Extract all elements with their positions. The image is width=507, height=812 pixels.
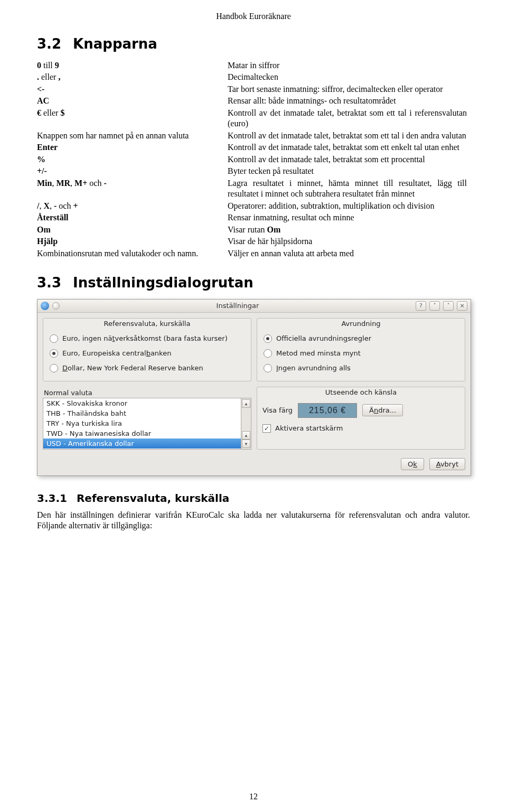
group-legend: Utseende och känsla	[257, 386, 465, 396]
table-row: <-Tar bort senaste inmatning: siffror, d…	[37, 84, 470, 96]
key-cell: +/-	[37, 166, 228, 178]
sectitle: Inställningsdialogrutan	[73, 275, 253, 291]
table-row: Knappen som har namnet på en annan valut…	[37, 130, 470, 142]
value-cell: Kontroll av det inmatade talet, betrakta…	[228, 154, 470, 166]
key-cell: <-	[37, 84, 228, 96]
secno: 3.3	[37, 275, 61, 291]
value-cell: Operatorer: addition, subtraktion, multi…	[228, 201, 470, 212]
value-cell: Rensar inmatning, resultat och minne	[228, 212, 470, 224]
settings-dialog: Inställningar ? ˅ ˄ × Referensvaluta, ku…	[37, 299, 471, 476]
table-row: %Kontroll av det inmatade talet, betrakt…	[37, 154, 470, 166]
left-column: Referensvaluta, kurskälla Euro, ingen nä…	[43, 318, 251, 450]
scrollbar[interactable]: ▴ ▴ ▾	[241, 398, 251, 450]
scroll-up2-icon[interactable]: ▴	[242, 431, 250, 440]
table-row: Min, MR, M+ och -Lagra resultatet i minn…	[37, 178, 470, 201]
value-cell: Visar de här hjälpsidorna	[228, 236, 470, 248]
list-item[interactable]: SKK - Slovakiska kronor	[43, 398, 241, 408]
radio-euro-no-network[interactable]: Euro, ingen nätverksåtkomst (bara fasta …	[49, 331, 246, 346]
running-head: Handbok Euroräknare	[37, 12, 470, 21]
key-cell: Om	[37, 225, 228, 236]
group-legend: Referensvaluta, kurskälla	[43, 318, 251, 328]
value-cell: Visar rutan Om	[228, 225, 470, 236]
value-cell: Lagra resultatet i minnet, hämta minnet …	[228, 178, 470, 201]
radio-icon	[264, 334, 272, 343]
max-button[interactable]: ˄	[443, 301, 454, 311]
dialog-title: Inställningar	[63, 302, 412, 310]
list-item[interactable]: TWD - Nya taiwanesiska dollar	[43, 428, 241, 438]
value-cell: Rensar allt: både inmatnings- och result…	[228, 96, 470, 107]
currency-listbox[interactable]: SKK - Slovakiska kronorTHB - Thailändska…	[43, 398, 251, 450]
value-cell: Kontroll av det inmatade talet, betrakta…	[228, 130, 470, 142]
scroll-up-icon[interactable]: ▴	[242, 399, 250, 408]
radio-euro-ecb[interactable]: Euro, Europeiska centralbanken	[49, 346, 246, 361]
cancel-button[interactable]: Avbryt	[429, 458, 465, 470]
table-row: Kombinationsrutan med valutakoder och na…	[37, 248, 470, 260]
heading-3-3-1: 3.3.1Referensvaluta, kurskälla	[37, 492, 470, 505]
normal-currency-block: Normal valuta SKK - Slovakiska kronorTHB…	[43, 387, 251, 450]
scroll-down-icon[interactable]: ▾	[242, 440, 250, 448]
key-cell: 0 till 9	[37, 60, 228, 72]
key-cell: Hjälp	[37, 236, 228, 248]
radio-label: Euro, ingen nätverksåtkomst (bara fasta …	[62, 334, 228, 342]
value-cell: Tar bort senaste inmatning: siffror, dec…	[228, 84, 470, 96]
titlebar: Inställningar ? ˅ ˄ ×	[37, 300, 471, 313]
radio-label: Metod med minsta mynt	[276, 349, 361, 357]
normal-currency-label: Normal valuta	[44, 389, 251, 397]
value-cell: Kontroll av det inmatade talet, betrakta…	[228, 142, 470, 154]
key-cell: Knappen som har namnet på en annan valut…	[37, 130, 228, 142]
table-row: +/-Byter tecken på resultatet	[37, 166, 470, 178]
radio-icon	[50, 364, 58, 372]
list-item[interactable]: USD - Amerikanska dollar	[43, 438, 241, 449]
group-reference-currency: Referensvaluta, kurskälla Euro, ingen nä…	[43, 318, 251, 381]
min-button[interactable]: ˅	[429, 301, 440, 311]
radio-label: Officiella avrundningsregler	[276, 334, 371, 342]
checkbox-splash[interactable]: ✓ Aktivera startskärm	[262, 424, 459, 433]
radio-label: Ingen avrundning alls	[276, 364, 351, 372]
listbox-items[interactable]: SKK - Slovakiska kronorTHB - Thailändska…	[43, 398, 241, 450]
color-label: Visa färg	[262, 406, 293, 414]
close-button[interactable]: ×	[457, 301, 467, 311]
table-row: HjälpVisar de här hjälpsidorna	[37, 236, 470, 248]
value-cell: Väljer en annan valuta att arbeta med	[228, 248, 470, 260]
key-cell: Enter	[37, 142, 228, 154]
radio-no-rounding[interactable]: Ingen avrundning alls	[262, 361, 459, 376]
radio-dollar-ny-fed[interactable]: Dollar, New York Federal Reserve banken	[49, 361, 246, 376]
key-cell: Kombinationsrutan med valutakoder och na…	[37, 248, 228, 260]
paragraph-3-3-1: Den här inställningen definierar varifrå…	[37, 510, 470, 531]
help-button[interactable]: ?	[416, 301, 426, 311]
radio-label: Dollar, New York Federal Reserve banken	[62, 364, 203, 372]
key-cell: /, X, - och +	[37, 201, 228, 212]
dialog-body: Referensvaluta, kurskälla Euro, ingen nä…	[37, 313, 471, 454]
key-cell: . eller ,	[37, 72, 228, 83]
right-column: Avrundning Officiella avrundningsregler …	[257, 318, 465, 450]
key-cell: AC	[37, 96, 228, 107]
group-look-and-feel: Utseende och känsla Visa färg 215,06 € Ä…	[257, 387, 465, 450]
table-row: 0 till 9Matar in siffror	[37, 60, 470, 72]
table-row: ACRensar allt: både inmatnings- och resu…	[37, 96, 470, 107]
list-item[interactable]: THB - Thailändska baht	[43, 408, 241, 418]
radio-official-rounding[interactable]: Officiella avrundningsregler	[262, 331, 459, 346]
radio-label: Euro, Europeiska centralbanken	[62, 349, 171, 357]
checkbox-icon: ✓	[262, 424, 271, 433]
change-color-button[interactable]: Ändra...	[362, 404, 403, 416]
table-row: ÅterställRensar inmatning, resultat och …	[37, 212, 470, 224]
heading-3-3: 3.3Inställningsdialogrutan	[37, 275, 470, 291]
page: Handbok Euroräknare 3.2Knapparna 0 till …	[0, 0, 507, 812]
secno: 3.2	[37, 36, 61, 52]
ok-button[interactable]: Ok	[401, 458, 424, 470]
key-cell: Min, MR, M+ och -	[37, 178, 228, 201]
table-row: /, X, - och +Operatorer: addition, subtr…	[37, 201, 470, 212]
table-row: EnterKontroll av det inmatade talet, bet…	[37, 142, 470, 154]
radio-smallest-coin[interactable]: Metod med minsta mynt	[262, 346, 459, 361]
key-cell: € eller $	[37, 108, 228, 130]
checkbox-label: Aktivera startskärm	[275, 424, 343, 432]
key-description-table: 0 till 9Matar in siffror. eller ,Decimal…	[37, 60, 470, 260]
list-item[interactable]: TRY - Nya turkiska lira	[43, 418, 241, 428]
group-legend: Avrundning	[257, 318, 465, 328]
table-row: . eller ,Decimaltecken	[37, 72, 470, 83]
secno: 3.3.1	[37, 492, 67, 505]
radio-icon	[50, 349, 58, 358]
dialog-footer: Ok Avbryt	[37, 454, 471, 475]
table-row: € eller $Kontroll av det inmatade talet,…	[37, 108, 470, 130]
value-cell: Byter tecken på resultatet	[228, 166, 470, 178]
